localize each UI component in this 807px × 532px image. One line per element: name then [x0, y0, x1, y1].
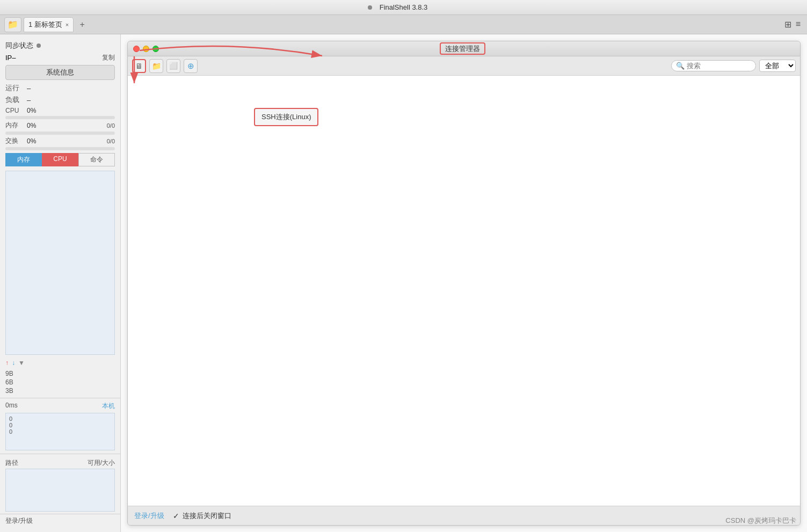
mem-row: 内存 0% 0/0 [0, 120, 120, 131]
load-row: 负载 – [0, 94, 120, 106]
tab-mem-button[interactable]: 内存 [5, 153, 42, 166]
download-icon: ↓ [12, 359, 15, 367]
mem-nums: 0/0 [107, 122, 115, 129]
ping-row: 0ms 本机 [5, 402, 115, 411]
sidebar: 同步状态 IP – 复制 系统信息 运行 – 负载 – CPU 0% 内存 [0, 34, 121, 532]
sync-status-row: 同步状态 [0, 39, 120, 53]
footer-close-label: 连接后关闭窗口 [183, 511, 231, 521]
menu-icon[interactable]: ≡ [796, 19, 801, 30]
swap-pct: 0% [27, 137, 43, 145]
disk-chart [5, 469, 115, 512]
search-icon: 🔍 [676, 62, 685, 70]
sync-label: 同步状态 [5, 41, 33, 50]
grid-view-icon[interactable]: ⊞ [784, 19, 791, 30]
net-labels: 9B 6B 3B [0, 369, 120, 396]
ping-val-3: 0 [9, 428, 111, 435]
network-section: ↑ ↓ ▼ [0, 357, 120, 369]
sidebar-bottom: 登录/升级 [0, 514, 120, 528]
network-row: ↑ ↓ ▼ [5, 359, 115, 367]
disk-path-label: 路径 [5, 458, 18, 468]
tab-cmd-button[interactable]: 命令 [78, 153, 115, 166]
maximize-button[interactable] [152, 46, 159, 52]
net-6b: 6B [5, 378, 115, 386]
close-button[interactable] [133, 46, 140, 52]
conn-title-box: 连接管理器 [440, 42, 485, 55]
ip-row: IP – 复制 [0, 53, 120, 63]
run-value: – [27, 84, 31, 92]
conn-tree [128, 76, 800, 506]
copy-icon: ⬜ [169, 62, 178, 70]
conn-title: 连接管理器 [162, 44, 762, 54]
title-bar: FinalShell 3.8.3 [0, 0, 807, 15]
swap-nums: 0/0 [107, 138, 115, 144]
net-9b: 9B [5, 370, 115, 377]
new-conn-button[interactable]: 🖥 [132, 59, 146, 73]
mem-pct: 0% [27, 122, 43, 129]
ping-section: 0ms 本机 [0, 400, 120, 412]
new-group-icon: 📁 [152, 62, 161, 70]
copy-conn-button[interactable]: ⬜ [166, 59, 180, 73]
cpu-row: CPU 0% [0, 106, 120, 115]
tab-add-button[interactable]: + [76, 18, 89, 31]
main-layout: 同步状态 IP – 复制 系统信息 运行 – 负载 – CPU 0% 内存 [0, 34, 807, 532]
cpu-label: CPU [5, 107, 25, 114]
swap-progress-bg [5, 147, 115, 150]
add-button[interactable]: ⊕ [184, 59, 198, 73]
resize-handle [368, 5, 372, 10]
filter-select[interactable]: 全部 SSH SFTP [759, 60, 796, 72]
new-conn-icon: 🖥 [135, 62, 143, 70]
minimize-button[interactable] [143, 46, 149, 52]
conn-footer: 登录/升级 ✓ 连接后关闭窗口 [128, 506, 800, 525]
mem-label: 内存 [5, 121, 25, 130]
ping-val-2: 0 [9, 422, 111, 428]
cpu-progress-bg [5, 116, 115, 119]
run-row: 运行 – [0, 82, 120, 94]
ping-chart: 0 0 0 [5, 413, 115, 450]
new-group-button[interactable]: 📁 [149, 59, 163, 73]
folder-button[interactable]: 📁 [4, 17, 21, 32]
mem-progress-bg [5, 132, 115, 135]
main-content: 连接管理器 🖥 📁 ⬜ ⊕ SSH连接(Linux) [121, 34, 807, 532]
sync-dot [37, 43, 41, 48]
separator-1 [0, 398, 120, 398]
search-box[interactable]: 🔍 [671, 60, 756, 71]
add-icon: ⊕ [187, 61, 194, 71]
ping-label: 0ms [5, 402, 18, 411]
cpu-pct: 0% [27, 107, 43, 114]
watermark: CSDN @炭烤玛卡巴卡 [725, 516, 796, 526]
tab-bar: 📁 1 新标签页 × + ⊞ ≡ [0, 15, 807, 34]
search-input[interactable] [687, 62, 751, 70]
conn-title-bar: 连接管理器 [128, 41, 800, 56]
run-label: 运行 [5, 83, 25, 93]
disk-avail-label: 可用/大小 [88, 458, 115, 468]
conn-search: 🔍 全部 SSH SFTP [671, 60, 796, 72]
footer-login-link[interactable]: 登录/升级 [134, 511, 164, 521]
checkmark-icon[interactable]: ✓ [173, 512, 179, 520]
tab-label: 1 新标签页 [28, 20, 62, 30]
ping-val-1: 0 [9, 416, 111, 422]
swap-label: 交换 [5, 136, 25, 145]
swap-row: 交换 0% 0/0 [0, 135, 120, 147]
separator-2 [0, 454, 120, 454]
sidebar-login-label[interactable]: 登录/升级 [5, 517, 33, 524]
expand-icon[interactable]: ▼ [18, 359, 25, 367]
sys-info-button[interactable]: 系统信息 [5, 65, 115, 80]
copy-button[interactable]: 复制 [102, 53, 115, 62]
tab-item-1[interactable]: 1 新标签页 × [24, 17, 74, 32]
conn-toolbar: 🖥 📁 ⬜ ⊕ SSH连接(Linux) 🔍 [128, 56, 800, 76]
conn-manager-dialog: 连接管理器 🖥 📁 ⬜ ⊕ SSH连接(Linux) [127, 41, 801, 526]
load-value: – [27, 96, 31, 104]
footer-close-check: ✓ 连接后关闭窗口 [173, 511, 231, 521]
monitor-chart [5, 171, 115, 355]
ping-host: 本机 [102, 402, 115, 411]
disk-section: 路径 可用/大小 [0, 456, 120, 514]
ip-label: IP [5, 54, 12, 62]
folder-icon: 📁 [8, 19, 18, 30]
window-title: FinalShell 3.8.3 [380, 3, 428, 11]
upload-icon: ↑ [5, 359, 9, 367]
monitor-tabs: 内存 CPU 命令 [5, 153, 115, 166]
disk-header: 路径 可用/大小 [5, 458, 115, 468]
tab-close-icon[interactable]: × [66, 21, 69, 28]
tab-bar-right: ⊞ ≡ [784, 19, 801, 30]
tab-cpu-button[interactable]: CPU [42, 153, 78, 166]
